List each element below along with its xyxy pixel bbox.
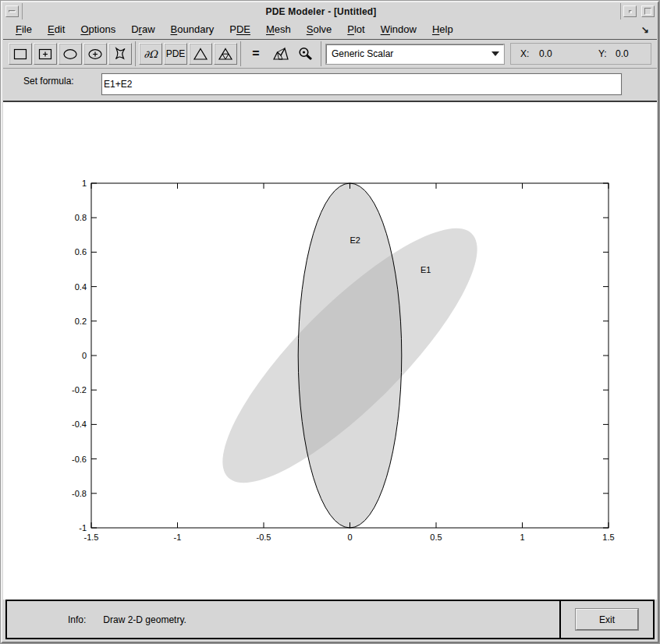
- x-tick-label: 0.5: [430, 533, 442, 542]
- boundary-mode-button[interactable]: ∂Ω: [139, 43, 162, 65]
- application-mode-value: Generic Scalar: [327, 48, 488, 59]
- minimize-dot-icon: [629, 10, 632, 13]
- maximize-square-icon: [644, 8, 651, 15]
- initialize-mesh-button[interactable]: [189, 43, 212, 65]
- solve-pde-button[interactable]: =: [244, 43, 268, 65]
- y-tick-label: 1: [82, 179, 87, 188]
- set-formula-input[interactable]: [101, 73, 622, 95]
- menu-boundary[interactable]: Boundary: [163, 21, 222, 37]
- info-message: Draw 2-D geometry.: [103, 614, 186, 625]
- draw-rectangle-button[interactable]: [9, 43, 32, 65]
- mesh-surface-icon: [272, 46, 289, 62]
- exit-button[interactable]: Exit: [576, 609, 638, 630]
- info-label: Info:: [68, 614, 86, 625]
- x-tick-label: 1.5: [602, 533, 614, 542]
- menubar: FileEditOptionsDrawBoundaryPDEMeshSolveP…: [3, 19, 657, 40]
- menu-edit[interactable]: Edit: [40, 21, 73, 37]
- toolbar-buttons: ∂ΩPDE=: [9, 41, 325, 66]
- set-formula-label: Set formula:: [23, 76, 74, 87]
- geometry-canvas[interactable]: E1E2-1.5-1-0.500.511.5-1-0.8-0.6-0.4-0.2…: [3, 102, 657, 600]
- triangle-refined-icon: [217, 46, 234, 62]
- pde-modeler-window: PDE Modeler - [Untitled] FileEditOptions…: [0, 0, 660, 644]
- geometry-plot[interactable]: E1E2-1.5-1-0.500.511.5-1-0.8-0.6-0.4-0.2…: [3, 102, 657, 600]
- window-title: PDE Modeler - [Untitled]: [21, 6, 621, 17]
- y-coordinate-label: Y:: [598, 48, 607, 59]
- menu-plot[interactable]: Plot: [339, 21, 372, 37]
- dropdown-arrow-icon[interactable]: [488, 45, 503, 63]
- menu-options[interactable]: Options: [73, 21, 123, 37]
- toolbar-separator: [240, 41, 241, 66]
- y-coordinate-value: 0.0: [616, 48, 629, 59]
- menu-mesh[interactable]: Mesh: [258, 21, 299, 37]
- y-tick-label: 0: [82, 351, 87, 360]
- shape-label-E2: E2: [350, 235, 360, 245]
- y-tick-label: -0.4: [72, 419, 87, 429]
- window-menu-dash-icon: [9, 10, 16, 12]
- rect-plus-icon: [37, 46, 54, 62]
- rect-icon: [12, 46, 29, 62]
- menu-draw[interactable]: Draw: [123, 21, 162, 37]
- x-tick-label: -1.5: [84, 533, 99, 542]
- triangle-icon: [192, 46, 209, 62]
- application-mode-dropdown[interactable]: Generic Scalar: [326, 44, 504, 64]
- frame-notch: [22, 3, 23, 19]
- y-tick-label: 0.6: [75, 247, 87, 257]
- ellipse-plus-icon: [87, 46, 104, 62]
- x-coordinate-label: X:: [520, 48, 529, 59]
- menu-window[interactable]: Window: [373, 21, 424, 37]
- exit-section: Exit: [559, 601, 653, 638]
- toolbar: ∂ΩPDE= Generic Scalar X: 0.0 Y: 0.0: [3, 40, 657, 68]
- y-tick-label: 0.2: [75, 317, 87, 326]
- titlebar[interactable]: PDE Modeler - [Untitled]: [3, 3, 657, 20]
- plot-solution-button[interactable]: [269, 43, 293, 65]
- y-tick-label: 0.4: [75, 282, 87, 292]
- magnifier-icon: [297, 46, 314, 62]
- x-coordinate-value: 0.0: [539, 48, 552, 59]
- minimize-button[interactable]: [623, 5, 637, 17]
- status-bar: Info: Draw 2-D geometry. Exit: [5, 600, 655, 639]
- menu-overflow-arrow-icon[interactable]: ↘: [641, 24, 649, 35]
- status-info-section: Info: Draw 2-D geometry.: [7, 601, 559, 638]
- y-tick-label: -0.6: [72, 455, 87, 464]
- menu-pde[interactable]: PDE: [222, 21, 258, 37]
- draw-ellipse-centered-button[interactable]: [83, 43, 107, 65]
- menu-help[interactable]: Help: [424, 21, 461, 37]
- maximize-button[interactable]: [641, 5, 655, 17]
- zoom-button[interactable]: [294, 43, 318, 65]
- draw-rectangle-centered-button[interactable]: [34, 43, 57, 65]
- x-tick-label: 0: [347, 533, 352, 542]
- x-tick-label: -0.5: [257, 533, 271, 542]
- draw-ellipse-button[interactable]: [59, 43, 82, 65]
- pde-mode-button[interactable]: PDE: [164, 43, 187, 65]
- x-tick-label: 1: [520, 533, 524, 542]
- frame-notch: [620, 3, 621, 19]
- toolbar-separator: [321, 41, 321, 66]
- toolbar-separator: [135, 41, 136, 66]
- boundary-mode-label: ∂Ω: [144, 48, 158, 60]
- y-tick-label: -0.8: [72, 489, 87, 498]
- shape-label-E1: E1: [420, 265, 431, 274]
- menu-items: FileEditOptionsDrawBoundaryPDEMeshSolveP…: [8, 21, 461, 37]
- ellipse-icon: [62, 46, 79, 62]
- menu-solve[interactable]: Solve: [299, 21, 340, 37]
- window-menu-button[interactable]: [5, 5, 19, 17]
- y-tick-label: 0.8: [75, 213, 87, 222]
- refine-mesh-button[interactable]: [214, 43, 237, 65]
- solve-pde-label: =: [252, 47, 259, 61]
- y-tick-label: -1: [79, 523, 87, 533]
- cursor-coordinates-panel: X: 0.0 Y: 0.0: [510, 43, 651, 65]
- menu-file[interactable]: File: [8, 21, 40, 37]
- draw-polygon-button[interactable]: [108, 43, 132, 65]
- y-tick-label: -0.2: [72, 385, 87, 395]
- x-tick-label: -1: [174, 533, 182, 542]
- pde-mode-label: PDE: [166, 48, 186, 59]
- polygon-icon: [112, 46, 129, 62]
- set-formula-bar: Set formula:: [3, 68, 657, 102]
